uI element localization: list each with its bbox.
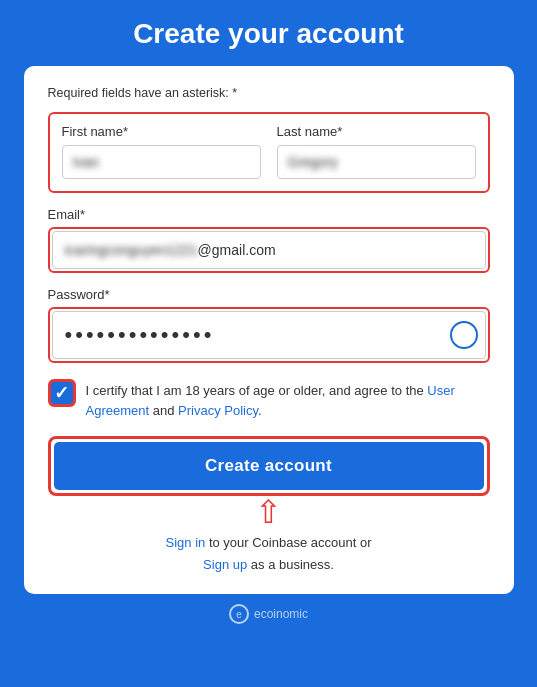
- email-field-wrapper: icaringconguyen1221@gmail.com: [48, 227, 490, 273]
- signup-suffix: as a business.: [247, 557, 334, 572]
- privacy-policy-link[interactable]: Privacy Policy: [178, 403, 258, 418]
- agree-text-end: .: [258, 403, 262, 418]
- email-input[interactable]: icaringconguyen1221@gmail.com: [52, 231, 486, 269]
- password-section: Password* ••••••••••••••: [48, 287, 490, 363]
- email-prefix: icaringconguyen1221: [65, 242, 198, 258]
- password-input[interactable]: ••••••••••••••: [52, 311, 486, 359]
- registration-card: Required fields have an asterisk: * Firs…: [24, 66, 514, 594]
- signin-link[interactable]: Sign in: [166, 535, 206, 550]
- watermark: e ecoinomic: [229, 604, 308, 624]
- create-btn-container: Create account ⇧: [48, 436, 490, 496]
- email-section: Email* icaringconguyen1221@gmail.com: [48, 207, 490, 273]
- watermark-text: ecoinomic: [254, 607, 308, 621]
- last-name-input[interactable]: Gregory: [277, 145, 476, 179]
- page-title: Create your account: [0, 0, 537, 66]
- password-label: Password*: [48, 287, 490, 302]
- signin-line: Sign in to your Coinbase account or: [48, 532, 490, 554]
- agree-text: I certify that I am 18 years of age or o…: [86, 379, 490, 420]
- first-name-label: First name*: [62, 124, 261, 139]
- checkmark-icon: ✓: [54, 384, 69, 402]
- watermark-icon: e: [229, 604, 249, 624]
- signin-suffix: to your Coinbase account or: [205, 535, 371, 550]
- email-domain: @gmail.com: [198, 242, 276, 258]
- password-dots: ••••••••••••••: [65, 322, 215, 347]
- create-btn-wrapper: Create account: [48, 436, 490, 496]
- signup-line: Sign up as a business.: [48, 554, 490, 576]
- required-note: Required fields have an asterisk: *: [48, 86, 490, 100]
- toggle-password-icon[interactable]: [450, 321, 478, 349]
- name-labels: First name* Last name*: [62, 124, 476, 139]
- agree-text-before: I certify that I am 18 years of age or o…: [86, 383, 428, 398]
- signin-row: Sign in to your Coinbase account or Sign…: [48, 532, 490, 576]
- agree-row: ✓ I certify that I am 18 years of age or…: [48, 379, 490, 420]
- agree-text-and: and: [149, 403, 178, 418]
- last-name-label: Last name*: [277, 124, 476, 139]
- first-name-value: Ivan: [73, 154, 99, 170]
- email-label: Email*: [48, 207, 490, 222]
- first-name-input[interactable]: Ivan: [62, 145, 261, 179]
- last-name-value: Gregory: [288, 154, 339, 170]
- create-account-button[interactable]: Create account: [54, 442, 484, 490]
- signup-link[interactable]: Sign up: [203, 557, 247, 572]
- name-inputs-row: Ivan Gregory: [62, 145, 476, 179]
- name-fields-wrapper: First name* Last name* Ivan Gregory: [48, 112, 490, 193]
- agree-checkbox[interactable]: ✓: [48, 379, 76, 407]
- password-field-wrapper: ••••••••••••••: [48, 307, 490, 363]
- arrow-annotation: ⇧: [255, 496, 282, 528]
